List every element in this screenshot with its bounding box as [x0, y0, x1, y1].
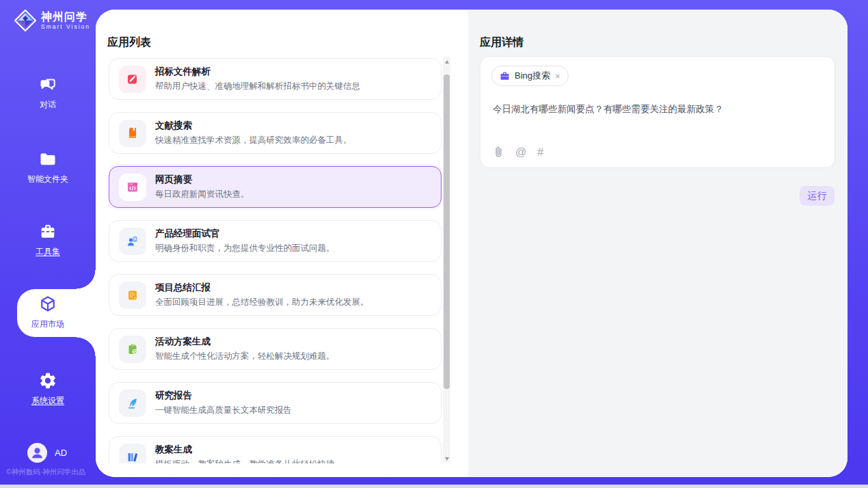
- app-desc: 全面回顾项目进展，总结经验教训，助力未来优化发展。: [155, 297, 369, 308]
- avatar: [27, 443, 47, 463]
- quill-icon: [119, 390, 146, 417]
- browser-code-icon: [119, 174, 146, 201]
- input-toolbar: @ #: [493, 146, 543, 159]
- briefcase-icon: [500, 71, 510, 81]
- sidebar-item-label: 应用市场: [31, 318, 64, 330]
- gem-logo-icon: [14, 9, 37, 32]
- gear-icon: [38, 371, 57, 390]
- sidebar-item-chat[interactable]: 对话: [0, 75, 96, 111]
- prompt-text[interactable]: 今日湖北有哪些新闻要点？有哪些需要关注的最新政策？: [493, 103, 828, 116]
- app-card-web-summary-selected[interactable]: 网页摘要 每日政府新闻资讯快查。: [109, 166, 442, 208]
- app-name: 教案生成: [155, 444, 335, 456]
- sidebar-item-smart-folder[interactable]: 智能文件夹: [0, 150, 96, 185]
- app-card-pm-interviewer[interactable]: 产品经理面试官 明确身份和职责，为您提供专业性的面试问题。: [109, 220, 442, 262]
- folder-icon: [38, 150, 57, 169]
- scroll-up-button[interactable]: [443, 57, 450, 66]
- app-desc: 智能生成个性化活动方案，轻松解决规划难题。: [155, 351, 335, 362]
- user-account[interactable]: AD: [27, 443, 67, 463]
- app-card-literature-search[interactable]: 文献搜索 快速精准查找学术资源，提高研究效率的必备工具。: [109, 112, 442, 154]
- sidebar-item-toolset[interactable]: 工具集: [0, 222, 96, 258]
- prompt-input-card[interactable]: Bing搜索 × 今日湖北有哪些新闻要点？有哪些需要关注的最新政策？ @ #: [480, 56, 835, 168]
- app-detail-title: 应用详情: [480, 36, 524, 50]
- app-list-title: 应用列表: [107, 36, 151, 50]
- app-list-scroll-area: 招标文件解析 帮助用户快速、准确地理解和解析招标书中的关键信息 文献搜索: [109, 57, 442, 463]
- sidebar-item-label: 对话: [40, 99, 56, 111]
- brand-subtitle: Smart Vision: [41, 24, 90, 30]
- app-name: 文献搜索: [155, 120, 352, 132]
- mention-icon[interactable]: @: [515, 147, 526, 158]
- app-desc: 快速精准查找学术资源，提高研究效率的必备工具。: [155, 135, 352, 146]
- sidebar-item-label: 智能文件夹: [27, 174, 68, 185]
- edit-square-icon: [119, 66, 146, 93]
- app-name: 项目总结汇报: [155, 282, 369, 294]
- brand-name: 神州问学: [41, 11, 90, 23]
- sidebar-item-label: 工具集: [36, 246, 60, 258]
- interviewer-icon: [119, 228, 146, 255]
- app-card-event-plan[interactable]: 活动方案生成 智能生成个性化活动方案，轻松解决规划难题。: [109, 328, 442, 370]
- scroll-down-button[interactable]: [443, 454, 450, 463]
- app-card-lesson-plan[interactable]: 教案生成 模板驱动，教案秒生成，教学准备从此轻松快捷: [109, 436, 442, 463]
- tab-fillet-bottom: [77, 337, 96, 356]
- app-name: 研究报告: [155, 390, 292, 402]
- chip-close-icon[interactable]: ×: [555, 72, 560, 81]
- app-window: 神州问学 Smart Vision 对话 智能文件夹 工具集 应: [0, 0, 868, 488]
- user-name: AD: [55, 448, 67, 458]
- book-icon: [119, 120, 146, 147]
- app-detail-panel: 应用详情 Bing搜索 × 今日湖北有哪些新闻要点？有哪些需要关注的最新政策？ …: [468, 10, 847, 477]
- cube-icon: [38, 295, 57, 314]
- app-desc: 明确身份和职责，为您提供专业性的面试问题。: [155, 243, 335, 254]
- app-name: 活动方案生成: [155, 336, 335, 348]
- app-card-bid-parsing[interactable]: 招标文件解析 帮助用户快速、准确地理解和解析招标书中的关键信息: [109, 58, 442, 100]
- app-desc: 一键智能生成高质量长文本研究报告: [155, 405, 292, 416]
- chat-icon: [38, 75, 57, 94]
- sidebar-item-label: 系统设置: [31, 395, 64, 407]
- app-name: 产品经理面试官: [155, 228, 335, 240]
- app-desc: 每日政府新闻资讯快查。: [155, 189, 249, 200]
- sidebar-item-app-market[interactable]: 应用市场: [0, 295, 96, 330]
- app-card-research-report[interactable]: 研究报告 一键智能生成高质量长文本研究报告: [109, 382, 442, 424]
- app-card-project-summary[interactable]: 项目总结汇报 全面回顾项目进展，总结经验教训，助力未来优化发展。: [109, 274, 442, 316]
- app-list-panel: 应用列表 招标文件解析 帮助用户快速、准确地理解和解析招标书中的关键信息: [96, 10, 468, 477]
- attachment-icon[interactable]: [493, 146, 504, 159]
- brand-logo: 神州问学 Smart Vision: [14, 9, 90, 32]
- sidebar-item-settings[interactable]: 系统设置: [0, 371, 96, 407]
- app-name: 网页摘要: [155, 174, 249, 186]
- memo-icon: [119, 282, 146, 309]
- bottom-edge-strip: [0, 485, 868, 488]
- scrollbar-thumb[interactable]: [444, 74, 450, 389]
- tab-fillet-top: [77, 270, 96, 289]
- tool-chip-label: Bing搜索: [515, 70, 550, 82]
- copyright-footer: ©神州数码·神州问学出品: [6, 467, 96, 477]
- run-button[interactable]: 运行: [800, 186, 835, 206]
- hash-icon[interactable]: #: [537, 147, 543, 158]
- tool-chip-bing-search[interactable]: Bing搜索 ×: [491, 66, 569, 86]
- content-area: 应用列表 招标文件解析 帮助用户快速、准确地理解和解析招标书中的关键信息: [96, 10, 847, 477]
- app-desc: 模板驱动，教案秒生成，教学准备从此轻松快捷: [155, 459, 335, 463]
- clipboard-check-icon: [119, 336, 146, 363]
- person-icon: [27, 443, 47, 463]
- list-scrollbar[interactable]: [443, 57, 450, 463]
- books-icon: [119, 444, 146, 464]
- toolbox-icon: [38, 222, 58, 241]
- app-desc: 帮助用户快速、准确地理解和解析招标书中的关键信息: [155, 81, 360, 92]
- app-name: 招标文件解析: [155, 66, 360, 78]
